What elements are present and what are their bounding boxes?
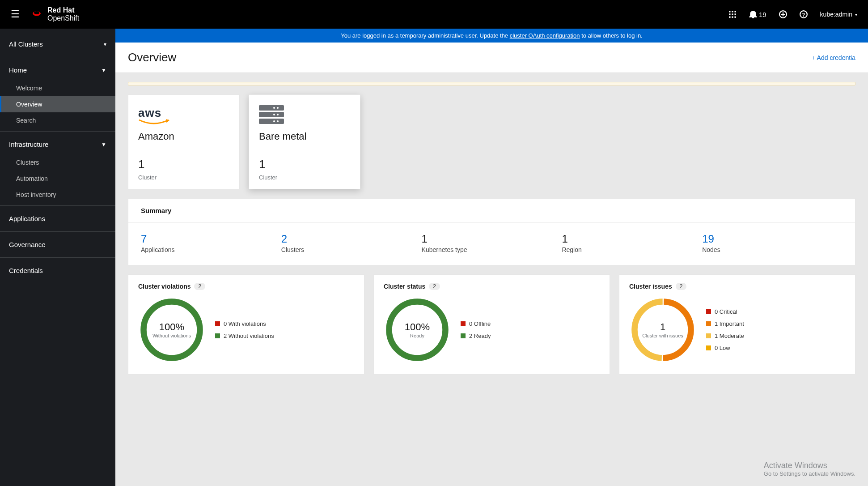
svg-rect-3 [729,11,730,12]
legend-item: 1 Moderate [706,333,744,339]
legend-item: 0 Offline [461,320,491,327]
summary-value: 1 [422,233,562,245]
cluster-status-card: Cluster status 2 100% Ready 0 Offlin [373,274,610,375]
card-title: Cluster issues [629,283,672,290]
issues-legend: 0 Critical 1 Important 1 Moderate 0 Low [706,308,744,351]
svg-rect-11 [734,17,736,18]
summary-value: 1 [562,233,702,245]
provider-count: 1 [259,158,350,171]
caret-down-icon: ▾ [855,12,857,17]
summary-label: Clusters [281,246,422,253]
svg-text:?: ? [802,12,805,17]
summary-label: Nodes [702,246,843,253]
legend-item: 0 Critical [706,308,744,315]
status-donut: 100% Ready [384,296,451,363]
summary-region: 1 Region [562,233,702,253]
page-header: Overview + Add credentia [115,43,868,73]
summary-label: Kubernetes type [422,246,562,253]
legend-swatch [461,321,466,326]
summary-label: Applications [141,246,281,253]
nav-item-host-inventory[interactable]: Host inventory [0,187,115,203]
provider-card-amazon[interactable]: aws Amazon 1 Cluster [128,94,240,189]
nav-item-search[interactable]: Search [0,112,115,128]
divider [0,205,115,206]
nav-item-welcome[interactable]: Welcome [0,80,115,96]
main: You are logged in as a temporary adminis… [115,29,868,486]
divider [0,131,115,132]
legend-text: 0 With violations [224,320,266,327]
cluster-switcher[interactable]: All Clusters ▾ [0,34,115,54]
legend-item: 2 Ready [461,333,491,339]
nav-item-clusters[interactable]: Clusters [0,154,115,171]
banner-text-pre: You are logged in as a temporary adminis… [341,32,509,39]
import-icon[interactable] [779,10,787,18]
banner-text-post: to allow others to log in. [580,32,643,39]
nav-section-home[interactable]: Home ▼ [0,60,115,80]
legend-item: 1 Important [706,320,744,327]
divider [0,257,115,258]
summary-clusters[interactable]: 2 Clusters [281,233,422,253]
legend-text: 2 Ready [469,333,491,339]
notifications-count: 19 [759,11,766,18]
donut-center-label: Ready [410,333,424,338]
summary-header: Summary [128,199,855,223]
svg-rect-5 [734,11,736,12]
card-badge: 2 [429,283,440,290]
nav-item-governance[interactable]: Governance [0,234,115,255]
nav-item-credentials[interactable]: Credentials [0,260,115,281]
summary-value: 19 [702,233,843,245]
content: aws Amazon 1 Cluster Bare metal 1 Cluste… [115,73,868,384]
menu-toggle-icon[interactable]: ☰ [11,9,20,20]
provider-count-label: Cluster [138,174,229,181]
chevron-down-icon: ▼ [101,67,106,73]
legend-swatch [215,321,220,326]
app-launcher-icon[interactable] [728,10,737,18]
summary-card: Summary 7 Applications 2 Clusters 1 Kube… [128,198,855,265]
violations-donut: 100% Without violations [138,296,205,363]
nav-section-infrastructure[interactable]: Infrastructure ▼ [0,134,115,154]
user-menu[interactable]: kube:admin ▾ [820,11,857,18]
donut-center-value: 1 [660,321,665,333]
summary-label: Region [562,246,702,253]
nav-section-label: Infrastructure [9,141,48,148]
provider-card-bare-metal[interactable]: Bare metal 1 Cluster [249,94,360,189]
legend-swatch [706,333,711,338]
legend-swatch [706,345,711,350]
sidebar: All Clusters ▾ Home ▼ Welcome Overview S… [0,29,115,486]
brand-line1: Red Hat [47,6,79,14]
nav-section-label: Home [9,66,27,74]
banner-oauth-link[interactable]: cluster OAuth configuration [510,32,580,39]
legend-text: 0 Low [715,345,730,351]
divider [0,57,115,57]
summary-nodes[interactable]: 19 Nodes [702,233,843,253]
chevron-down-icon: ▼ [101,141,106,148]
card-badge: 2 [194,283,205,290]
redhat-logo-icon [30,8,43,21]
notifications-button[interactable]: 19 [749,10,766,18]
legend-item: 0 With violations [215,320,274,327]
svg-point-2 [34,11,39,14]
legend-swatch [706,309,711,314]
legend-text: 1 Important [715,320,744,327]
nav-item-automation[interactable]: Automation [0,171,115,187]
provider-cards: aws Amazon 1 Cluster Bare metal 1 Cluste… [128,94,855,189]
donut-center-value: 100% [159,321,184,333]
masthead: ☰ Red Hat OpenShift 19 ? kube:admin ▾ [0,0,868,29]
summary-applications[interactable]: 7 Applications [141,233,281,253]
legend-swatch [706,321,711,326]
provider-count: 1 [138,158,229,171]
plus-icon: + [811,54,815,61]
brand[interactable]: Red Hat OpenShift [30,6,79,22]
cluster-issues-card: Cluster issues 2 1 Cluster with issues [619,274,855,375]
svg-rect-6 [729,13,730,15]
help-icon[interactable]: ? [800,10,808,18]
provider-count-label: Cluster [259,174,350,181]
summary-value: 7 [141,233,281,245]
nav-item-applications[interactable]: Applications [0,209,115,229]
svg-rect-7 [732,13,733,15]
caret-down-icon: ▾ [104,41,106,47]
nav-item-overview[interactable]: Overview [0,96,115,112]
cluster-violations-card: Cluster violations 2 100% Without violat… [128,274,364,375]
add-credentials-link[interactable]: + Add credentia [811,54,855,61]
bare-metal-icon [259,105,350,125]
